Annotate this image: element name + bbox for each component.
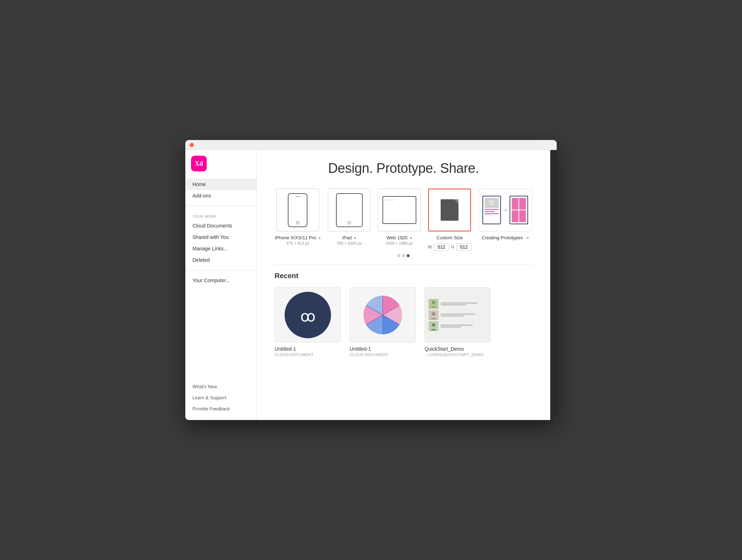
recent-item-2[interactable]: QuickStart_Demo ...loads/Quickstart_Demo — [425, 287, 491, 357]
dot-1[interactable] — [397, 254, 400, 257]
sidebar-item-deleted[interactable]: Deleted — [185, 254, 256, 266]
sidebar-item-shared-with-you[interactable]: Shared with You — [185, 231, 256, 243]
qs-img-3 — [428, 321, 438, 331]
sidebar-item-whats-new[interactable]: What's New — [185, 381, 256, 392]
template-label-prototypes: Creating Prototypes ↗ — [482, 235, 529, 240]
qs-row-3 — [428, 321, 487, 331]
recent-item-name-0: Untitled-1 — [275, 346, 341, 352]
quickstart-thumb — [425, 288, 490, 342]
sidebar-item-cloud-documents[interactable]: Cloud Documents — [185, 220, 256, 231]
template-label-iphone: iPhone X/XS/11 Pro ▾ — [275, 235, 321, 240]
app-window: Xd Home Add-ons YOUR WORK Cloud Document… — [185, 140, 557, 420]
recent-item-sub-0: CLOUD DOCUMENT — [275, 352, 341, 357]
app-logo: Xd — [191, 156, 207, 171]
template-dims-iphone: 375 × 812 px — [286, 241, 309, 245]
svg-point-14 — [432, 323, 435, 327]
template-card-iphone[interactable]: iPhone X/XS/11 Pro ▾ 375 × 812 px — [275, 189, 321, 245]
hero-title: Design. Prototype. Share. — [275, 161, 532, 176]
sidebar-item-manage-links[interactable]: Manage Links... — [185, 243, 256, 254]
sidebar-item-learn-support[interactable]: Learn & Support — [185, 392, 256, 403]
recent-item-sub-2: ...loads/Quickstart_Demo — [425, 352, 491, 357]
qs-img-1 — [428, 299, 438, 309]
section-divider — [275, 264, 532, 265]
template-label-web: Web 1920 ▾ — [386, 235, 412, 240]
proto-inner: ⬜ → — [482, 196, 528, 224]
close-button[interactable] — [190, 143, 194, 147]
dot-2[interactable] — [402, 254, 405, 257]
recent-item-name-2: QuickStart_Demo — [425, 346, 491, 352]
proto-img-placeholder: ⬜ — [485, 198, 499, 208]
proto-line-1 — [485, 209, 499, 210]
recent-thumb-0: ꝏ — [275, 287, 341, 342]
sidebar-item-addons[interactable]: Add-ons — [185, 190, 256, 201]
custom-size-inputs: W H — [428, 243, 471, 251]
height-label: H — [451, 245, 454, 250]
recent-item-0[interactable]: ꝏ Untitled-1 CLOUD DOCUMENT — [275, 287, 341, 357]
recent-thumb-1 — [350, 287, 416, 342]
recent-grid: ꝏ Untitled-1 CLOUD DOCUMENT — [275, 287, 532, 357]
recent-item-sub-1: CLOUD DOCUMENT — [350, 352, 416, 357]
sidebar-divider-2 — [185, 270, 256, 270]
carousel-dots — [275, 254, 532, 257]
proto-grid-cell-1 — [512, 198, 518, 210]
proto-screen-2 — [510, 196, 528, 224]
width-label: W — [428, 245, 432, 250]
svg-text:ꝏ: ꝏ — [300, 308, 315, 325]
sidebar-item-home[interactable]: Home — [185, 179, 256, 190]
file-icon — [441, 199, 458, 221]
qs-row-1 — [428, 299, 487, 309]
tablet-shape-icon — [336, 193, 363, 227]
proto-grid-cell-4 — [519, 210, 526, 222]
template-dims-web: 1920 × 1080 px — [386, 241, 413, 245]
template-dims-ipad: 768 × 1024 px — [337, 241, 362, 245]
chevron-down-icon: ▾ — [354, 236, 356, 240]
template-card-img-prototypes: ⬜ → — [478, 189, 532, 231]
app-layout: Xd Home Add-ons YOUR WORK Cloud Document… — [185, 150, 557, 420]
sidebar-divider-1 — [185, 206, 256, 206]
svg-point-10 — [432, 301, 435, 304]
pie-container — [360, 292, 406, 338]
template-label-ipad: iPad ▾ — [342, 235, 356, 240]
sidebar-section-your-work: YOUR WORK — [185, 210, 256, 220]
custom-size-inner — [429, 189, 470, 231]
height-input[interactable] — [456, 243, 471, 251]
template-card-img-web — [378, 189, 421, 231]
qs-img-2 — [428, 310, 438, 320]
template-section: iPhone X/XS/11 Pro ▾ 375 × 812 px iPad ▾… — [275, 189, 532, 251]
chevron-down-icon: ▾ — [319, 236, 321, 240]
sidebar-nav: Home Add-ons YOUR WORK Cloud Documents S… — [185, 179, 256, 381]
svg-point-12 — [432, 312, 435, 316]
recent-thumb-2 — [425, 287, 491, 342]
pie-chart — [361, 294, 404, 336]
proto-grid-cell-3 — [512, 210, 518, 222]
image-icon: ⬜ — [489, 200, 495, 206]
proto-line-2 — [485, 211, 495, 212]
template-card-custom[interactable]: Custom Size W H — [428, 189, 471, 251]
sidebar-item-your-computer[interactable]: Your Computer... — [185, 275, 256, 286]
sidebar: Xd Home Add-ons YOUR WORK Cloud Document… — [185, 150, 257, 420]
craft-logo: ꝏ — [285, 292, 331, 338]
phone-shape-icon — [288, 193, 307, 227]
external-link-icon: ↗ — [526, 236, 529, 240]
proto-line-3 — [485, 213, 499, 214]
recent-item-1[interactable]: Untitled-1 CLOUD DOCUMENT — [350, 287, 416, 357]
template-card-ipad[interactable]: iPad ▾ 768 × 1024 px — [328, 189, 371, 245]
template-card-img-custom — [428, 189, 471, 231]
dot-3[interactable] — [407, 254, 410, 257]
proto-grid-cell-2 — [519, 198, 526, 210]
proto-arrow-icon: → — [502, 207, 508, 213]
recent-item-name-1: Untitled-1 — [350, 346, 416, 352]
width-input[interactable] — [434, 243, 449, 251]
template-card-img-ipad — [328, 189, 371, 231]
template-card-img-iphone — [276, 189, 319, 231]
template-card-web[interactable]: Web 1920 ▾ 1920 × 1080 px — [378, 189, 421, 245]
template-label-custom: Custom Size — [436, 235, 463, 240]
qs-row-2 — [428, 310, 487, 320]
right-panel — [550, 150, 557, 420]
proto-screen-1: ⬜ — [482, 196, 501, 224]
sidebar-item-provide-feedback[interactable]: Provide Feedback — [185, 403, 256, 414]
template-card-prototypes[interactable]: ⬜ → — [478, 189, 532, 240]
chevron-down-icon: ▾ — [410, 236, 412, 240]
recent-label: Recent — [275, 272, 532, 280]
sidebar-bottom: What's New Learn & Support Provide Feedb… — [185, 381, 256, 414]
